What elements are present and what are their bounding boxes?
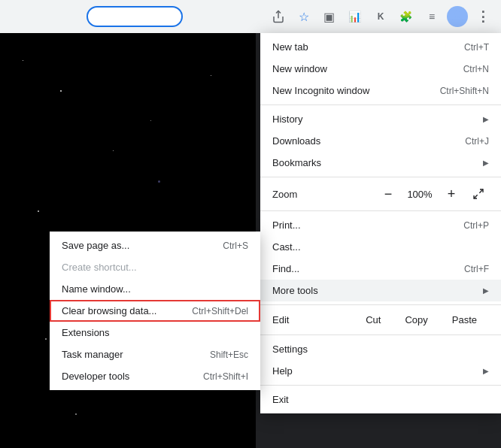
media-router-icon[interactable]: ▣ xyxy=(317,5,342,29)
menu-item-more-tools[interactable]: More tools ▶ xyxy=(260,280,501,301)
submenu-item-extensions[interactable]: Extensions xyxy=(50,322,260,344)
more-tools-submenu: Save page as... Ctrl+S Create shortcut..… xyxy=(50,232,260,390)
submenu-item-developer-tools[interactable]: Developer tools Ctrl+Shift+I xyxy=(50,365,260,387)
divider-2 xyxy=(260,177,501,177)
divider-5 xyxy=(260,334,501,335)
bookmark-star-icon[interactable]: ☆ xyxy=(292,5,316,29)
submenu-item-name-window[interactable]: Name window... xyxy=(50,278,260,300)
share-icon[interactable] xyxy=(266,5,290,29)
menu-item-bookmarks[interactable]: Bookmarks ▶ xyxy=(260,152,501,174)
avatar[interactable] xyxy=(445,5,469,29)
edit-actions: Cut Copy Paste xyxy=(354,311,489,328)
zoom-fullscreen-button[interactable] xyxy=(468,183,489,204)
menu-item-downloads[interactable]: Downloads Ctrl+J xyxy=(260,130,501,152)
address-bar[interactable] xyxy=(87,6,182,27)
submenu-item-save-page[interactable]: Save page as... Ctrl+S xyxy=(50,235,260,256)
divider-1 xyxy=(260,104,501,105)
zoom-row: Zoom − 100% + xyxy=(260,180,501,207)
bookmarks-arrow: ▶ xyxy=(483,159,489,167)
menu-item-find[interactable]: Find... Ctrl+F xyxy=(260,258,501,280)
divider-6 xyxy=(260,385,501,386)
menu-item-new-window[interactable]: New window Ctrl+N xyxy=(260,58,501,80)
submenu-item-task-manager[interactable]: Task manager Shift+Esc xyxy=(50,344,260,365)
zoom-decrease-button[interactable]: − xyxy=(378,183,399,204)
chrome-toolbar: ☆ ▣ 📊 K 🧩 ≡ ⋮ xyxy=(0,0,501,33)
help-arrow: ▶ xyxy=(483,367,489,375)
svg-point-1 xyxy=(454,11,460,17)
cut-button[interactable]: Cut xyxy=(354,311,393,328)
more-menu-button[interactable]: ⋮ xyxy=(471,5,495,29)
submenu-item-clear-browsing[interactable]: Clear browsing data... Ctrl+Shift+Del xyxy=(50,300,260,322)
more-tools-arrow: ▶ xyxy=(483,286,489,295)
menu-item-print[interactable]: Print... Ctrl+P xyxy=(260,214,501,236)
menu-item-history[interactable]: History ▶ xyxy=(260,108,501,130)
svg-line-3 xyxy=(474,195,478,198)
menu-item-incognito[interactable]: New Incognito window Ctrl+Shift+N xyxy=(260,80,501,101)
history-arrow: ▶ xyxy=(483,115,489,123)
toolbar-icons: ☆ ▣ 📊 K 🧩 ≡ ⋮ xyxy=(266,5,495,29)
copy-button[interactable]: Copy xyxy=(393,311,439,328)
paste-button[interactable]: Paste xyxy=(440,311,489,328)
menu-item-new-tab[interactable]: New tab Ctrl+T xyxy=(260,36,501,58)
zoom-controls: − 100% + xyxy=(378,183,489,204)
divider-3 xyxy=(260,210,501,211)
zoom-label: Zoom xyxy=(272,189,378,200)
graph-icon[interactable]: 📊 xyxy=(343,5,367,29)
extensions-icon[interactable]: 🧩 xyxy=(394,5,418,29)
edit-row: Edit Cut Copy Paste xyxy=(260,308,501,331)
menu-item-exit[interactable]: Exit xyxy=(260,389,501,410)
submenu-item-create-shortcut[interactable]: Create shortcut... xyxy=(50,256,260,278)
menu-item-help[interactable]: Help ▶ xyxy=(260,360,501,382)
k-extension-icon[interactable]: K xyxy=(369,5,393,29)
edit-label: Edit xyxy=(272,314,354,325)
zoom-increase-button[interactable]: + xyxy=(441,183,462,204)
zoom-value: 100% xyxy=(405,189,435,200)
user-avatar xyxy=(447,6,468,27)
svg-line-2 xyxy=(479,189,483,193)
divider-4 xyxy=(260,304,501,305)
main-menu: New tab Ctrl+T New window Ctrl+N New Inc… xyxy=(260,33,501,413)
menu-item-cast[interactable]: Cast... xyxy=(260,236,501,258)
list-icon[interactable]: ≡ xyxy=(420,5,444,29)
menu-item-settings[interactable]: Settings xyxy=(260,338,501,360)
